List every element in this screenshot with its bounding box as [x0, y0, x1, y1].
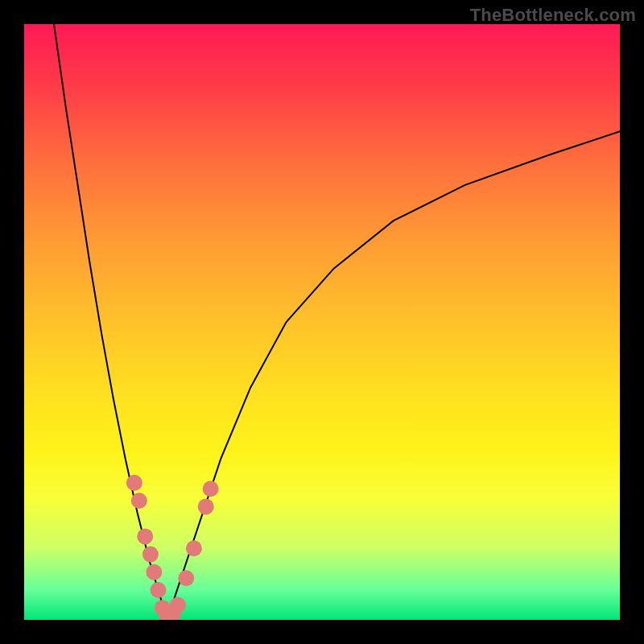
bottleneck-curve-plot — [24, 24, 620, 620]
series-group — [54, 24, 620, 620]
markers-group — [126, 475, 219, 620]
marker-point — [203, 481, 219, 497]
marker-point — [137, 528, 153, 544]
marker-point — [186, 540, 202, 556]
marker-point — [151, 582, 167, 598]
marker-point — [198, 498, 214, 514]
marker-point — [126, 475, 142, 491]
watermark-text: TheBottleneck.com — [470, 5, 636, 26]
marker-point — [142, 547, 159, 563]
marker-point — [131, 493, 147, 509]
marker-point — [146, 564, 162, 580]
marker-point — [170, 597, 186, 613]
chart-area — [24, 24, 620, 620]
marker-point — [178, 570, 194, 586]
curve-right-branch — [167, 131, 620, 620]
